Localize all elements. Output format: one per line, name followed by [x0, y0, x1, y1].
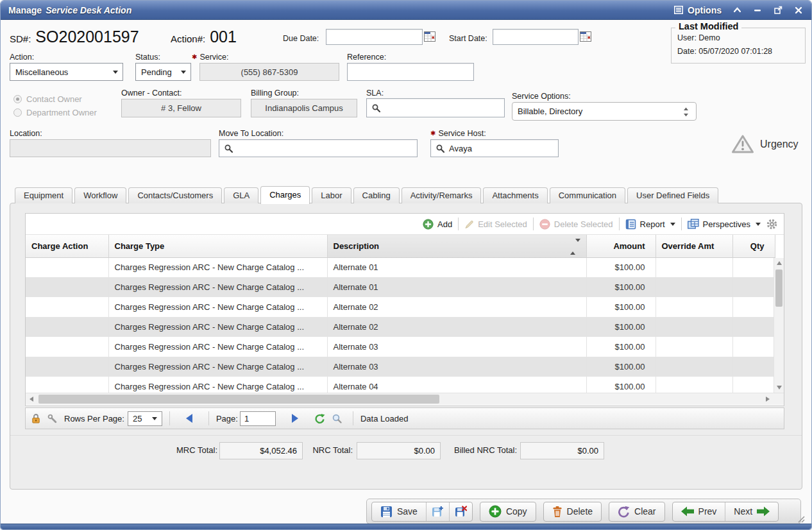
- scroll-right-icon[interactable]: [766, 397, 770, 402]
- radio-unselected-icon: [13, 108, 22, 117]
- options-button[interactable]: Options: [674, 5, 722, 15]
- prev-page-icon[interactable]: [186, 414, 192, 423]
- copy-button[interactable]: Copy: [480, 502, 536, 521]
- action-select-value: Miscellaneous: [15, 67, 68, 77]
- tab-label: Cabling: [362, 191, 391, 200]
- col-header-description[interactable]: Description: [327, 235, 586, 257]
- table-row[interactable]: Charges Regression ARC - New Charge Cata…: [26, 317, 775, 337]
- close-button[interactable]: [793, 5, 804, 15]
- add-button[interactable]: Add: [423, 219, 452, 230]
- owner-radio-group: Contact Owner Department Owner: [13, 92, 97, 119]
- service-host-label: ✱Service Host:: [430, 129, 486, 138]
- page-input[interactable]: 1: [240, 411, 276, 426]
- sla-search-input[interactable]: [366, 98, 505, 117]
- service-field: (555) 867-5309: [199, 63, 339, 81]
- sort-icon[interactable]: [570, 242, 580, 252]
- wrench-icon[interactable]: [47, 414, 57, 423]
- urgency-indicator[interactable]: Urgency: [731, 134, 799, 154]
- table-row[interactable]: Charges Regression ARC - New Charge Cata…: [26, 357, 775, 377]
- due-date-input[interactable]: [326, 29, 423, 45]
- chevron-down-icon: [670, 223, 675, 226]
- mrc-total-field: $4,052.46: [219, 442, 303, 459]
- start-date-calendar-icon[interactable]: [580, 31, 591, 42]
- delete-selected-button[interactable]: Delete Selected: [539, 219, 613, 230]
- col-header-amount[interactable]: Amount: [586, 235, 656, 257]
- clear-button[interactable]: Clear: [609, 502, 664, 521]
- table-row[interactable]: Charges Regression ARC - New Charge Cata…: [26, 257, 775, 277]
- save-button[interactable]: Save: [372, 502, 426, 521]
- status-select[interactable]: Pending: [135, 63, 191, 81]
- refresh-icon[interactable]: [314, 413, 325, 424]
- manage-service-desk-action-window: ManageService Desk Action Options SD#: S…: [0, 0, 812, 530]
- tab-workflow[interactable]: Workflow: [74, 187, 126, 203]
- rows-per-page-select[interactable]: 25: [128, 411, 162, 426]
- action-select[interactable]: Miscellaneous: [10, 63, 123, 81]
- tab-charges[interactable]: Charges: [260, 186, 310, 204]
- save-and-new-button[interactable]: [426, 502, 449, 521]
- resize-handle-icon[interactable]: [796, 514, 805, 523]
- scroll-up-icon[interactable]: [777, 261, 782, 265]
- nrc-total-field: $0.00: [357, 442, 441, 459]
- cell-charge-action: [26, 377, 108, 393]
- delete-label: Delete: [567, 506, 593, 517]
- scroll-down-icon[interactable]: [777, 386, 782, 389]
- vertical-scroll-thumb[interactable]: [775, 269, 782, 307]
- tab-gla[interactable]: GLA: [224, 187, 258, 203]
- cell-charge-action: [26, 337, 108, 357]
- col-header-qty[interactable]: Qty: [732, 235, 775, 257]
- delete-button[interactable]: Delete: [544, 502, 601, 521]
- tab-user-defined-fields[interactable]: User Defined Fields: [627, 187, 718, 203]
- table-row[interactable]: Charges Regression ARC - New Charge Cata…: [26, 277, 775, 297]
- save-new-icon: [432, 506, 444, 518]
- lock-icon[interactable]: [31, 413, 40, 423]
- horizontal-scrollbar[interactable]: [26, 393, 784, 405]
- grid-settings-button[interactable]: [766, 219, 777, 230]
- service-options-select[interactable]: Billable, Directory: [512, 102, 697, 121]
- due-date-calendar-icon[interactable]: [424, 31, 436, 42]
- edit-selected-button[interactable]: Edit Selected: [464, 219, 527, 229]
- prev-button[interactable]: Prev: [673, 502, 725, 521]
- table-row[interactable]: Charges Regression ARC - New Charge Cata…: [26, 377, 775, 393]
- popout-button[interactable]: [773, 5, 783, 15]
- col-header-charge-action[interactable]: Charge Action: [26, 235, 108, 257]
- tab-labor[interactable]: Labor: [312, 187, 351, 203]
- pager-separator: [353, 411, 353, 425]
- horizontal-scroll-thumb[interactable]: [38, 395, 439, 404]
- contact-owner-radio[interactable]: Contact Owner: [13, 92, 97, 106]
- next-page-icon[interactable]: [292, 414, 298, 423]
- tab-activity-remarks[interactable]: Activity/Remarks: [402, 187, 482, 203]
- magnifier-icon[interactable]: [332, 414, 342, 423]
- tab-equipment[interactable]: Equipment: [15, 187, 72, 203]
- report-button[interactable]: Report: [625, 219, 675, 230]
- col-header-charge-type[interactable]: Charge Type: [108, 235, 327, 257]
- collapse-button[interactable]: [732, 5, 742, 15]
- col-header-override-amt[interactable]: Override Amt: [656, 235, 732, 257]
- charges-grid: Add Edit Selected Delete Selected Report: [25, 213, 784, 406]
- vertical-scrollbar[interactable]: [774, 258, 784, 393]
- start-date-input[interactable]: [493, 29, 579, 45]
- save-and-close-button[interactable]: [449, 502, 472, 521]
- reference-input[interactable]: [347, 63, 474, 81]
- tab-communication[interactable]: Communication: [550, 187, 625, 203]
- nrc-total-label: NRC Total:: [310, 445, 353, 455]
- tab-contacts-customers[interactable]: Contacts/Customers: [128, 187, 222, 203]
- required-marker-icon: ✱: [192, 53, 197, 60]
- next-button[interactable]: Next: [725, 502, 778, 521]
- tab-cabling[interactable]: Cabling: [353, 187, 400, 203]
- table-row[interactable]: Charges Regression ARC - New Charge Cata…: [26, 297, 775, 317]
- perspectives-button[interactable]: Perspectives: [688, 219, 761, 229]
- minimize-button[interactable]: [752, 5, 763, 15]
- table-row[interactable]: Charges Regression ARC - New Charge Cata…: [26, 337, 775, 357]
- department-owner-radio[interactable]: Department Owner: [13, 106, 97, 119]
- pager-separator: [208, 411, 209, 425]
- tab-attachments[interactable]: Attachments: [483, 187, 547, 203]
- last-modified-box: Last Modified User: Demo Date: 05/07/202…: [671, 28, 806, 64]
- save-button-group: Save: [371, 502, 473, 522]
- sd-number-value: SO202001597: [35, 28, 139, 46]
- service-host-search-input[interactable]: Avaya: [430, 139, 559, 157]
- cell-description: Alternate 04: [327, 377, 586, 393]
- gear-icon: [766, 219, 777, 230]
- owner-contact-field: # 3, Fellow: [121, 99, 241, 117]
- scroll-left-icon[interactable]: [30, 397, 33, 402]
- move-to-location-search-input[interactable]: [219, 139, 418, 157]
